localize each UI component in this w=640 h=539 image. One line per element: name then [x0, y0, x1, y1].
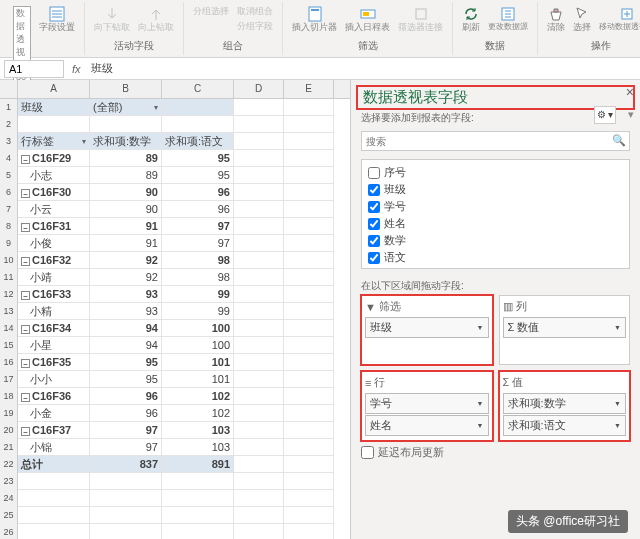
row-header[interactable]: 21 — [0, 439, 18, 456]
cell[interactable]: 92 — [90, 252, 162, 269]
expand-icon[interactable]: – — [21, 223, 30, 232]
cell[interactable] — [284, 439, 334, 456]
cell[interactable] — [284, 422, 334, 439]
cell[interactable] — [90, 116, 162, 133]
cell[interactable] — [284, 116, 334, 133]
chevron-down-icon[interactable]: ▼ — [477, 400, 484, 407]
close-icon[interactable]: × — [626, 84, 634, 100]
cell[interactable] — [234, 184, 284, 201]
select-button[interactable]: 选择 — [570, 4, 594, 35]
cell[interactable] — [284, 337, 334, 354]
cell[interactable]: 89 — [90, 167, 162, 184]
cell[interactable] — [284, 252, 334, 269]
cell[interactable]: 103 — [162, 422, 234, 439]
cell[interactable] — [162, 490, 234, 507]
cell[interactable] — [90, 490, 162, 507]
row-header[interactable]: 22 — [0, 456, 18, 473]
cell[interactable]: 101 — [162, 371, 234, 388]
cell[interactable] — [284, 371, 334, 388]
cell[interactable] — [284, 218, 334, 235]
area-pill[interactable]: 求和项:数学▼ — [503, 393, 627, 414]
area-pill[interactable]: 学号▼ — [365, 393, 489, 414]
dropdown-icon[interactable]: ▾ — [628, 108, 634, 121]
cell[interactable] — [234, 303, 284, 320]
field-settings-button[interactable]: 字段设置 — [36, 4, 78, 35]
cell[interactable] — [234, 507, 284, 524]
cell[interactable] — [234, 371, 284, 388]
row-header[interactable]: 25 — [0, 507, 18, 524]
field-checkbox[interactable] — [368, 167, 380, 179]
cell[interactable] — [284, 286, 334, 303]
cell[interactable]: 小小 — [18, 371, 90, 388]
row-header[interactable]: 11 — [0, 269, 18, 286]
cell[interactable] — [18, 473, 90, 490]
expand-icon[interactable]: – — [21, 427, 30, 436]
row-header[interactable]: 1 — [0, 99, 18, 116]
cell[interactable] — [234, 252, 284, 269]
row-header[interactable]: 10 — [0, 252, 18, 269]
cell[interactable] — [284, 524, 334, 539]
defer-update[interactable]: 延迟布局更新 — [357, 441, 634, 464]
cell[interactable]: –C16F31 — [18, 218, 90, 235]
col-header[interactable]: A — [18, 80, 90, 98]
expand-icon[interactable]: – — [21, 155, 30, 164]
row-header[interactable]: 15 — [0, 337, 18, 354]
values-area[interactable]: Σ 值 求和项:数学▼求和项:语文▼ — [499, 371, 631, 441]
cell[interactable]: 99 — [162, 303, 234, 320]
cell[interactable]: –C16F34 — [18, 320, 90, 337]
worksheet[interactable]: A B C D E 1班级(全部)▾23行标签▾求和项:数学求和项:语文4–C1… — [0, 80, 350, 539]
cell[interactable]: –C16F32 — [18, 252, 90, 269]
expand-icon[interactable]: – — [21, 291, 30, 300]
expand-icon[interactable]: – — [21, 393, 30, 402]
cell[interactable]: 97 — [162, 218, 234, 235]
cell[interactable] — [284, 201, 334, 218]
field-item[interactable]: 数学 — [366, 232, 625, 249]
cell[interactable] — [162, 473, 234, 490]
cell[interactable]: 95 — [90, 354, 162, 371]
cell[interactable]: 95 — [90, 371, 162, 388]
row-header[interactable]: 9 — [0, 235, 18, 252]
cell[interactable]: 92 — [90, 269, 162, 286]
row-header[interactable]: 24 — [0, 490, 18, 507]
cell[interactable] — [234, 150, 284, 167]
cell[interactable] — [234, 490, 284, 507]
cell[interactable] — [90, 524, 162, 539]
row-header[interactable]: 7 — [0, 201, 18, 218]
cell[interactable]: 97 — [162, 235, 234, 252]
cell[interactable] — [284, 354, 334, 371]
cell[interactable]: 小俊 — [18, 235, 90, 252]
cell[interactable]: 96 — [162, 184, 234, 201]
cell[interactable]: 求和项:数学 — [90, 133, 162, 150]
cell[interactable] — [234, 473, 284, 490]
cell[interactable]: 96 — [162, 201, 234, 218]
rows-area[interactable]: ≡行 学号▼姓名▼ — [361, 371, 493, 441]
cell[interactable]: 95 — [162, 150, 234, 167]
cell[interactable]: 91 — [90, 218, 162, 235]
row-header[interactable]: 17 — [0, 371, 18, 388]
cell[interactable]: 求和项:语文 — [162, 133, 234, 150]
row-dropdown-icon[interactable]: ▾ — [82, 133, 86, 150]
cell[interactable] — [234, 201, 284, 218]
grid[interactable]: 1班级(全部)▾23行标签▾求和项:数学求和项:语文4–C16F2989955 … — [0, 99, 350, 539]
insert-timeline-button[interactable]: 插入日程表 — [342, 4, 393, 35]
field-search[interactable]: 🔍 — [361, 131, 630, 151]
cell[interactable] — [234, 354, 284, 371]
col-header[interactable]: E — [284, 80, 334, 98]
row-header[interactable]: 4 — [0, 150, 18, 167]
area-pill[interactable]: Σ 数值▼ — [503, 317, 627, 338]
cell[interactable]: 101 — [162, 354, 234, 371]
row-header[interactable]: 8 — [0, 218, 18, 235]
cell[interactable]: 837 — [90, 456, 162, 473]
cell[interactable]: 102 — [162, 388, 234, 405]
cell[interactable]: 行标签▾ — [18, 133, 90, 150]
row-header[interactable]: 16 — [0, 354, 18, 371]
cell[interactable] — [284, 150, 334, 167]
cell[interactable]: 96 — [90, 405, 162, 422]
cell[interactable] — [234, 456, 284, 473]
cell[interactable]: 小靖 — [18, 269, 90, 286]
row-header[interactable]: 23 — [0, 473, 18, 490]
expand-icon[interactable]: – — [21, 189, 30, 198]
chevron-down-icon[interactable]: ▼ — [614, 324, 621, 331]
field-item[interactable]: 姓名 — [366, 215, 625, 232]
cell[interactable] — [162, 524, 234, 539]
